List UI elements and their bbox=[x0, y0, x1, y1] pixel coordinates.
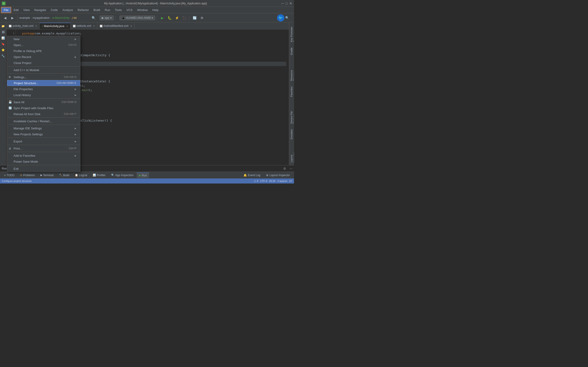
menu-help[interactable]: Help bbox=[150, 7, 161, 13]
run-tab-icon: ▶ bbox=[139, 174, 141, 177]
sidebar-favorites[interactable]: ⭐ bbox=[0, 47, 6, 53]
toolbar-separator-3 bbox=[157, 16, 157, 20]
run-minimize-icon[interactable]: ─ bbox=[290, 167, 292, 170]
stop-button[interactable]: ⬛ bbox=[181, 15, 187, 21]
event-log-button[interactable]: 🔔 Event Log bbox=[241, 173, 262, 178]
right-panel-favorites[interactable]: Favorites bbox=[289, 84, 294, 100]
menu-profile-debug-apk[interactable]: Profile or Debug APK bbox=[7, 48, 80, 54]
minimize-button[interactable]: ─ bbox=[282, 2, 284, 5]
device-selector[interactable]: 📱 HUAWEI ANA-AN00 ▾ bbox=[120, 16, 155, 20]
run-settings-icon[interactable]: ⚙ bbox=[283, 167, 286, 170]
right-panel-emulator[interactable]: Emulator bbox=[289, 126, 294, 142]
close-button[interactable]: ✕ bbox=[289, 2, 292, 5]
breadcrumb-myapplication[interactable]: myapplication bbox=[33, 16, 49, 19]
debug-button[interactable]: 🐛 bbox=[166, 15, 173, 21]
menu-sep-6 bbox=[7, 138, 80, 138]
menu-file[interactable]: File bbox=[1, 7, 11, 13]
menu-build[interactable]: Build bbox=[91, 7, 103, 13]
tab-build[interactable]: 🔨 Build bbox=[57, 173, 72, 178]
menu-new[interactable]: New ▶ bbox=[7, 36, 80, 42]
menu-open-recent[interactable]: Open Recent ▶ bbox=[7, 54, 80, 60]
right-panel-gradle[interactable]: Gradle bbox=[289, 45, 294, 58]
menu-sep-5 bbox=[7, 125, 80, 125]
toolbar-search-icon-right[interactable]: 🔍 bbox=[285, 16, 292, 19]
settings-icon: ⚙ bbox=[9, 75, 11, 79]
sync-button[interactable]: 🔄 bbox=[191, 15, 198, 21]
tab-logcat[interactable]: 📋 Logcat bbox=[73, 173, 90, 178]
menu-add-cpp[interactable]: Add C++ to Module bbox=[7, 67, 80, 73]
sidebar-bookmarks[interactable]: 🔖 bbox=[0, 41, 6, 47]
menu-save-all[interactable]: 💾 Save All Ctrl+Shift+S bbox=[7, 99, 80, 105]
window-controls[interactable]: ─ □ ✕ bbox=[282, 2, 292, 5]
toolbar-separator-2 bbox=[115, 16, 116, 20]
menu-run[interactable]: Run bbox=[103, 7, 112, 13]
menu-view[interactable]: View bbox=[21, 7, 32, 13]
sidebar-build-variants[interactable]: 🔧 bbox=[0, 53, 6, 59]
tab-app-inspection[interactable]: 🔍 App Inspection bbox=[109, 173, 136, 178]
device-label: HUAWEI ANA-AN00 bbox=[126, 16, 151, 19]
menu-exit[interactable]: Exit bbox=[7, 166, 80, 172]
forward-button[interactable]: ▶ bbox=[9, 15, 16, 21]
right-panel-resource-manager[interactable]: Resource Manager bbox=[289, 58, 294, 83]
terminal-label: Terminal bbox=[43, 174, 53, 177]
right-panel-key-promoter[interactable]: Key Promoter X bbox=[289, 23, 294, 45]
menu-sep-3 bbox=[7, 98, 80, 99]
back-button[interactable]: ◀ bbox=[2, 15, 8, 21]
menu-vcs[interactable]: VCS bbox=[124, 7, 135, 13]
sidebar-resource-manager[interactable]: 🖼 bbox=[0, 29, 6, 35]
tab-profiler[interactable]: 📊 Profiler bbox=[90, 173, 108, 178]
menu-open[interactable]: Open... Ctrl+O bbox=[7, 42, 80, 48]
menu-export[interactable]: Export ▶ bbox=[7, 138, 80, 144]
layout-inspector-button[interactable]: 🖥 Layout Inspector bbox=[263, 173, 292, 178]
menu-analyze[interactable]: Analyze bbox=[60, 7, 75, 13]
menu-new-projects-settings[interactable]: New Projects Settings ▶ bbox=[7, 131, 80, 137]
event-log-icon: 🔔 bbox=[243, 174, 247, 177]
menu-invalidate-caches[interactable]: Invalidate Caches / Restart... bbox=[7, 118, 80, 124]
settings-button[interactable]: ⚙ bbox=[199, 15, 205, 21]
lf-indicator: LF bbox=[289, 180, 292, 182]
breadcrumb-sep-1: › bbox=[31, 16, 32, 19]
warning-indicator: ⚠ 8 bbox=[254, 180, 258, 183]
menu-reload-disk[interactable]: Reload All from Disk Ctrl+Alt+Y bbox=[7, 111, 80, 117]
menu-manage-ide-settings[interactable]: Manage IDE Settings ▶ bbox=[7, 125, 80, 131]
tab-problems[interactable]: ⚠ Problems bbox=[18, 173, 37, 178]
breadcrumb-f-txt[interactable]: 𝑓 txt bbox=[72, 16, 77, 19]
right-panel-layout-inspector[interactable]: Layout Inspector bbox=[289, 142, 294, 165]
menu-power-save-mode[interactable]: Power Save Mode bbox=[7, 158, 80, 165]
maximize-button[interactable]: □ bbox=[286, 2, 288, 5]
sidebar-project[interactable]: 📁 bbox=[0, 23, 6, 29]
menu-file-properties[interactable]: File Properties ▶ bbox=[7, 86, 80, 92]
menu-window[interactable]: Window bbox=[135, 7, 150, 13]
menu-local-history[interactable]: Local History ▶ bbox=[7, 92, 80, 98]
menu-print[interactable]: 🖨 Print... Ctrl+P bbox=[7, 145, 80, 151]
menu-tools[interactable]: Tools bbox=[112, 7, 124, 13]
right-panel-device-file-explorer[interactable]: Device File Explorer bbox=[289, 100, 294, 126]
run-button[interactable]: ▶ bbox=[159, 15, 165, 21]
menu-refactor[interactable]: Refactor bbox=[75, 7, 91, 13]
menu-add-favorites-arrow: ▶ bbox=[75, 154, 77, 157]
line-col-indicator: 20:26 bbox=[269, 180, 276, 182]
menu-edit[interactable]: Edit bbox=[11, 7, 21, 13]
menu-navigate[interactable]: Navigate bbox=[32, 7, 48, 13]
menu-code[interactable]: Code bbox=[48, 7, 60, 13]
main-layout: 📁 🖼 📊 🔖 ⭐ 🔧 ⬜ activity_main.xml ✕ J Main… bbox=[0, 23, 294, 165]
tab-todo[interactable]: ≡ TODO bbox=[2, 173, 17, 178]
menu-settings[interactable]: ⚙ Settings... Ctrl+Alt+S bbox=[7, 74, 80, 80]
menu-close-project[interactable]: Close Project bbox=[7, 60, 80, 66]
device-icon: 📱 bbox=[121, 16, 125, 19]
menu-add-to-favorites[interactable]: Add to Favorites ▶ bbox=[7, 152, 80, 158]
menu-new-projects-arrow: ▶ bbox=[75, 133, 77, 135]
menu-sync-gradle[interactable]: 🔄 Sync Project with Gradle Files bbox=[7, 105, 80, 111]
tab-run[interactable]: ▶ Run bbox=[137, 173, 149, 178]
breadcrumb-mainactivity[interactable]: ● MainActivity bbox=[52, 16, 69, 19]
profile-button[interactable]: ⚡ bbox=[174, 15, 180, 21]
search-toolbar-button[interactable]: 🔍 bbox=[90, 15, 97, 21]
breadcrumb-example[interactable]: example bbox=[19, 16, 30, 19]
app-run-config[interactable]: ▶ app ▾ bbox=[100, 16, 114, 20]
menu-project-structure[interactable]: Project Structure... Ctrl+Alt+Shift+S bbox=[7, 80, 80, 86]
menu-local-history-arrow: ▶ bbox=[75, 94, 77, 96]
device-arrow: ▾ bbox=[152, 16, 153, 19]
sidebar-structure[interactable]: 📊 bbox=[0, 35, 6, 41]
breadcrumb-sep-3: › bbox=[70, 16, 71, 19]
tab-terminal[interactable]: ▶ Terminal bbox=[38, 173, 56, 178]
